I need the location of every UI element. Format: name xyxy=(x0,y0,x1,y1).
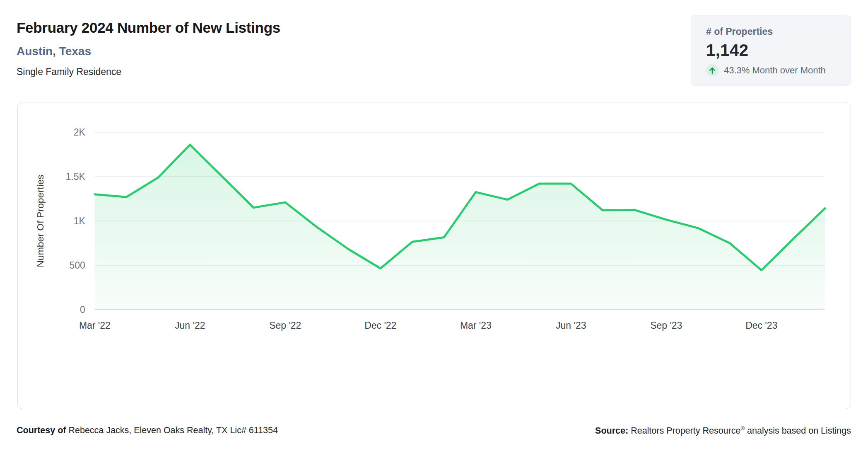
new-listings-area-chart: 2K1.5K1K5000Mar '22Jun '22Sep '22Dec '22… xyxy=(18,102,851,409)
source-label: Source: xyxy=(595,426,628,436)
x-tick-label: Jun '23 xyxy=(556,320,586,331)
y-tick-label: 1.5K xyxy=(66,171,86,182)
y-tick-label: 500 xyxy=(70,260,85,271)
courtesy-note: Courtesy of Rebecca Jacks, Eleven Oaks R… xyxy=(17,425,278,436)
x-tick-label: Jun '22 xyxy=(175,320,205,331)
source-text: Realtors Property Resource® analysis bas… xyxy=(631,426,851,436)
chart-area-fill xyxy=(95,145,825,310)
x-tick-label: Dec '23 xyxy=(745,320,777,331)
page-location: Austin, Texas xyxy=(17,45,280,58)
trend-text: 43.3% Month over Month xyxy=(724,65,826,76)
x-tick-label: Dec '22 xyxy=(364,320,396,331)
source-text-pre: Realtors Property Resource xyxy=(631,426,740,436)
stat-card-label: # of Properties xyxy=(706,26,851,37)
courtesy-text: Rebecca Jacks, Eleven Oaks Realty, TX Li… xyxy=(68,425,278,435)
source-text-post: analysis based on Listings xyxy=(745,426,851,436)
x-tick-label: Mar '22 xyxy=(79,320,111,331)
chart-card: 2K1.5K1K5000Mar '22Jun '22Sep '22Dec '22… xyxy=(17,102,851,409)
report-header: February 2024 Number of New Listings Aus… xyxy=(17,19,280,78)
report-page: February 2024 Number of New Listings Aus… xyxy=(0,0,868,456)
report-footer: Courtesy of Rebecca Jacks, Eleven Oaks R… xyxy=(17,425,851,436)
x-tick-label: Sep '22 xyxy=(269,320,301,331)
registered-mark: ® xyxy=(740,425,745,432)
stat-card: # of Properties 1,142 43.3% Month over M… xyxy=(691,15,851,86)
page-title: February 2024 Number of New Listings xyxy=(17,19,280,36)
x-tick-label: Mar '23 xyxy=(460,320,492,331)
courtesy-label: Courtesy of xyxy=(17,425,66,435)
y-axis-title: Number Of Properties xyxy=(35,175,46,267)
y-tick-label: 0 xyxy=(80,304,85,315)
source-note: Source: Realtors Property Resource® anal… xyxy=(595,425,851,436)
stat-trend-row: 43.3% Month over Month xyxy=(706,64,851,77)
stat-card-value: 1,142 xyxy=(706,41,851,60)
y-tick-label: 2K xyxy=(74,127,86,138)
property-type-label: Single Family Residence xyxy=(17,66,280,78)
up-arrow-icon xyxy=(706,64,719,77)
y-tick-label: 1K xyxy=(74,216,86,226)
x-tick-label: Sep '23 xyxy=(650,320,682,331)
